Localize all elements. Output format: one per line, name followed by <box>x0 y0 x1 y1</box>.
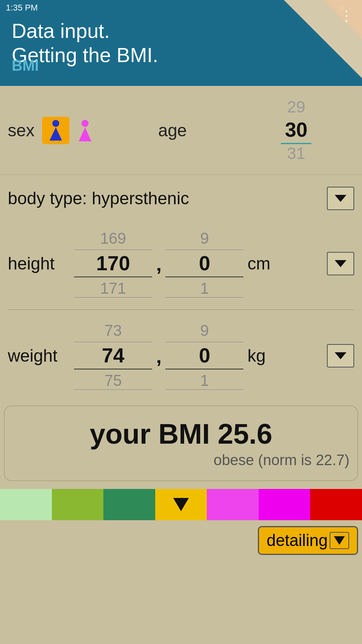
height-decimal-picker[interactable]: 9 0 1 <box>165 230 243 298</box>
color-segment-5 <box>259 489 311 520</box>
detailing-arrow-icon <box>330 532 349 549</box>
height-main-picker[interactable]: 169 170 171 <box>74 230 152 298</box>
svg-point-3 <box>52 120 59 127</box>
status-time: 1:35 PM <box>6 3 38 13</box>
height-decimal-above: 9 <box>165 230 243 250</box>
weight-main-current: 74 <box>74 342 152 369</box>
color-segment-2 <box>103 489 155 520</box>
age-below: 31 <box>287 144 305 163</box>
svg-marker-4 <box>50 127 62 141</box>
detailing-button[interactable]: detailing <box>258 526 358 555</box>
height-decimal-below: 1 <box>165 277 243 298</box>
height-main-above: 169 <box>74 230 152 250</box>
female-icon[interactable] <box>71 117 99 144</box>
sex-age-row: sex age 29 30 31 <box>0 86 362 175</box>
weight-main-picker[interactable]: 73 74 75 <box>74 322 152 390</box>
dropdown-arrow-icon <box>335 195 346 202</box>
weight-row: weight 73 74 75 ‚ 9 0 1 kg <box>8 322 354 390</box>
height-section: height 169 170 171 ‚ 9 0 1 cm <box>0 222 362 305</box>
height-row: height 169 170 171 ‚ 9 0 1 cm <box>8 230 354 298</box>
color-segment-1 <box>52 489 104 520</box>
body-type-row: body type: hypersthenic <box>0 175 362 222</box>
weight-section: weight 73 74 75 ‚ 9 0 1 kg <box>0 314 362 398</box>
height-weight-divider <box>8 309 354 310</box>
weight-unit-dropdown[interactable] <box>327 344 354 367</box>
height-dropdown-arrow-icon <box>335 260 346 267</box>
body-type-dropdown[interactable] <box>327 187 354 210</box>
color-segment-3 <box>155 489 207 520</box>
age-label: age <box>114 121 230 140</box>
height-dot: ‚ <box>156 252 161 275</box>
header: 1:35 PM ▣ ▭ Data input. Getting the BMI.… <box>0 0 362 86</box>
weight-decimal-current: 0 <box>165 342 243 369</box>
height-main-below: 171 <box>74 277 152 298</box>
svg-marker-6 <box>79 127 91 141</box>
detailing-label: detailing <box>267 531 328 550</box>
weight-decimal-picker[interactable]: 9 0 1 <box>165 322 243 390</box>
color-segment-6 <box>310 489 362 520</box>
menu-button[interactable]: ⋮ <box>339 8 354 24</box>
color-bar <box>0 489 362 520</box>
bmi-value: your BMI 25.6 <box>12 418 350 450</box>
age-current: 30 <box>281 116 311 144</box>
weight-dropdown-arrow-icon <box>335 352 346 359</box>
weight-label: weight <box>8 346 70 366</box>
sex-icons <box>42 117 99 144</box>
color-segment-4 <box>207 489 259 520</box>
weight-main-below: 75 <box>74 369 152 390</box>
weight-decimal-below: 1 <box>165 369 243 390</box>
color-segment-0 <box>0 489 52 520</box>
age-scroll[interactable]: 29 30 31 <box>238 98 354 163</box>
bmi-result-container: your BMI 25.6 obese (norm is 22.7) <box>4 405 358 481</box>
height-label: height <box>8 254 70 273</box>
height-unit-dropdown[interactable] <box>327 252 354 275</box>
svg-point-5 <box>82 120 89 127</box>
male-icon[interactable] <box>42 117 69 144</box>
weight-main-above: 73 <box>74 322 152 342</box>
header-bmi-label: BMI <box>12 57 39 74</box>
age-above: 29 <box>287 98 305 116</box>
height-unit: cm <box>247 254 270 273</box>
weight-decimal-above: 9 <box>165 322 243 342</box>
svg-marker-7 <box>173 498 189 511</box>
body-type-label: body type: hypersthenic <box>8 189 327 208</box>
detailing-row: detailing <box>0 520 362 561</box>
height-main-current: 170 <box>74 250 152 277</box>
bmi-status: obese (norm is 22.7) <box>12 452 350 469</box>
sex-label: sex <box>8 121 34 140</box>
height-decimal-current: 0 <box>165 250 243 277</box>
weight-dot: ‚ <box>156 344 161 367</box>
weight-unit: kg <box>247 346 265 366</box>
svg-marker-8 <box>334 536 345 545</box>
